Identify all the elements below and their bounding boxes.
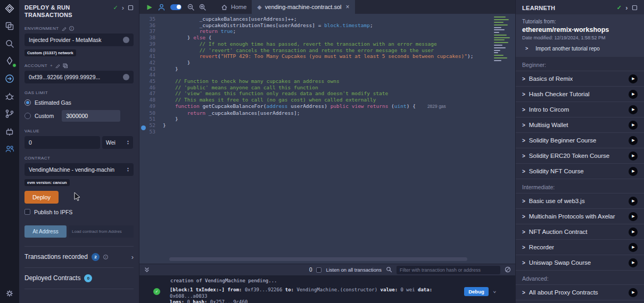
close-tab-icon[interactable]: ×: [346, 3, 350, 11]
pin-panel-icon[interactable]: [128, 5, 134, 11]
code-line[interactable]: 35 _cupcakeBalances[userAddress]++;: [139, 16, 492, 22]
code-line[interactable]: 48 // This makes it free to call (no gas…: [139, 97, 492, 103]
workspaces-icon[interactable]: [4, 21, 15, 31]
tutorial-item[interactable]: >Recorder▶: [516, 240, 644, 255]
editor-toggle[interactable]: [170, 4, 181, 10]
code-line[interactable]: 44: [139, 72, 492, 78]
tutorial-item[interactable]: >Hash Checker Tutorial▶: [516, 87, 644, 102]
play-circle-icon[interactable]: ▶: [629, 288, 638, 297]
zoom-out-icon[interactable]: [185, 1, 196, 13]
estimated-gas-option[interactable]: Estimated Gas: [24, 99, 134, 106]
tutorial-item[interactable]: >Solidity Beginner Course▶: [516, 133, 644, 148]
transactions-info-icon[interactable]: i: [103, 255, 108, 259]
play-circle-icon[interactable]: ▶: [629, 258, 638, 267]
tutorial-item[interactable]: >Uniswap Swap Course▶: [516, 255, 644, 271]
terminal-search-icon[interactable]: [386, 266, 392, 274]
user-icon[interactable]: [155, 1, 167, 13]
play-circle-icon[interactable]: ▶: [629, 105, 638, 114]
tutorial-item[interactable]: >All about Proxy Contracts▶: [516, 285, 644, 300]
account-copy-icon[interactable]: [123, 74, 129, 80]
code-line[interactable]: 41 revert("HTTP 429: Too Many Cupcakes (…: [139, 53, 492, 60]
terminal-filter-input[interactable]: [397, 266, 500, 274]
value-input[interactable]: [24, 136, 100, 149]
publish-ipfs-checkbox[interactable]: [24, 209, 30, 215]
play-circle-icon[interactable]: ▶: [629, 152, 638, 161]
code-editor[interactable]: 35 _cupcakeBalances[userAddress]++;36 _c…: [139, 14, 515, 264]
expand-terminal-icon[interactable]: [144, 266, 150, 274]
deployed-contracts-row[interactable]: Deployed Contracts 0: [24, 267, 134, 289]
settings-gear-icon[interactable]: [4, 288, 15, 299]
copy-icon[interactable]: [63, 63, 68, 68]
play-circle-icon[interactable]: ▶: [629, 197, 638, 206]
expand-chevron-icon[interactable]: ›: [131, 253, 134, 261]
code-line[interactable]: 42 }: [139, 60, 492, 66]
deploy-button[interactable]: Deploy: [24, 191, 59, 204]
sign-message-icon[interactable]: [55, 63, 60, 68]
listen-checkbox[interactable]: [316, 267, 321, 273]
tutorial-item[interactable]: >Solidity NFT Course▶: [516, 164, 644, 179]
code-line[interactable]: 53: [139, 129, 492, 135]
debugger-icon[interactable]: [4, 91, 15, 102]
account-select[interactable]: 0xf39...92266 (9999.99929...: [24, 71, 134, 83]
collapse-chevron-icon[interactable]: ›: [122, 5, 124, 11]
at-address-input[interactable]: [69, 225, 134, 238]
environment-select[interactable]: Injected Provider - MetaMask: [24, 33, 134, 46]
tab-contract-file[interactable]: ◆ vending-machine-contract.sol ×: [252, 0, 354, 14]
publish-ipfs-row[interactable]: Publish to IPFS: [24, 209, 134, 215]
import-tutorial-link[interactable]: > Import another tutorial repo: [522, 46, 638, 52]
plugin-manager-icon[interactable]: [4, 126, 15, 137]
code-line[interactable]: 40 // 'revert' cancels the transaction a…: [139, 47, 492, 54]
tutorial-item[interactable]: >Solidity ERC20 Token Course▶: [516, 148, 644, 164]
code-line[interactable]: 47 // 'view' means this function only re…: [139, 90, 492, 97]
estimated-gas-radio[interactable]: [24, 99, 31, 106]
custom-gas-radio[interactable]: [24, 113, 31, 119]
play-circle-icon[interactable]: ▶: [629, 90, 638, 99]
learneth-icon[interactable]: [4, 144, 15, 154]
tutorial-item[interactable]: >Basic use of web3.js▶: [516, 193, 644, 209]
play-circle-icon[interactable]: ▶: [629, 228, 638, 237]
code-line[interactable]: 38 } else {: [139, 35, 492, 41]
code-line[interactable]: 50 return _cupcakeBalances[userAddress];: [139, 110, 492, 116]
value-unit-select[interactable]: Wei ▲▼: [102, 136, 133, 149]
play-circle-icon[interactable]: ▶: [629, 121, 638, 130]
play-circle-icon[interactable]: ▶: [629, 136, 638, 145]
play-circle-icon[interactable]: ▶: [629, 212, 638, 221]
play-circle-icon[interactable]: ▶: [629, 243, 638, 252]
debug-button[interactable]: Debug: [464, 287, 489, 296]
contract-select[interactable]: VendingMachine - vending-machin ▲▼: [24, 163, 134, 176]
search-icon[interactable]: [4, 38, 15, 49]
edit-icon[interactable]: [62, 26, 67, 31]
at-address-button[interactable]: At Address: [24, 225, 67, 238]
zoom-in-icon[interactable]: [196, 1, 208, 13]
pin-panel-icon[interactable]: [632, 5, 638, 11]
play-circle-icon[interactable]: ▶: [629, 74, 638, 83]
code-line[interactable]: 51 }: [139, 116, 492, 122]
tutorial-item[interactable]: >Multichain Protocols with Axelar▶: [516, 209, 644, 224]
tutorial-item[interactable]: >Multisig Wallet▶: [516, 117, 644, 133]
add-account-icon[interactable]: +: [50, 63, 53, 68]
clear-console-icon[interactable]: [505, 266, 511, 274]
code-line[interactable]: 45 // Function to check how many cupcake…: [139, 78, 492, 85]
custom-gas-input[interactable]: [62, 110, 120, 122]
code-line[interactable]: 49 function getCupcakeBalanceFor(address…: [139, 103, 492, 110]
deploy-and-run-icon[interactable]: [4, 73, 15, 84]
tutorial-item[interactable]: >Basics of Remix▶: [516, 71, 644, 87]
code-line[interactable]: 46 // 'public' means anyone can call thi…: [139, 85, 492, 91]
custom-gas-option[interactable]: Custom: [24, 110, 134, 122]
code-line[interactable]: 52}: [139, 122, 492, 129]
info-icon[interactable]: i: [69, 26, 74, 31]
horizontal-scrollbar[interactable]: [169, 257, 467, 261]
run-script-icon[interactable]: ▶: [144, 1, 155, 13]
minimap[interactable]: [493, 15, 513, 73]
tutorial-item[interactable]: >Intro to Circom▶: [516, 102, 644, 117]
solidity-compiler-icon[interactable]: [4, 56, 15, 66]
code-line[interactable]: 39 // If not enough time has passed, rev…: [139, 41, 492, 47]
tab-home[interactable]: Home: [216, 0, 252, 14]
play-circle-icon[interactable]: ▶: [629, 167, 638, 176]
transactions-recorded-row[interactable]: Transactions recorded 2 i ›: [24, 246, 134, 267]
terminal-log-row[interactable]: ✓ [block:1 txIndex:-] from: 0xf39...9226…: [139, 287, 515, 303]
tutorial-item[interactable]: >NFT Auction Contract▶: [516, 224, 644, 240]
code-line[interactable]: 43 }: [139, 66, 492, 72]
git-icon[interactable]: [4, 108, 15, 119]
collapse-chevron-icon[interactable]: ›: [625, 5, 628, 11]
